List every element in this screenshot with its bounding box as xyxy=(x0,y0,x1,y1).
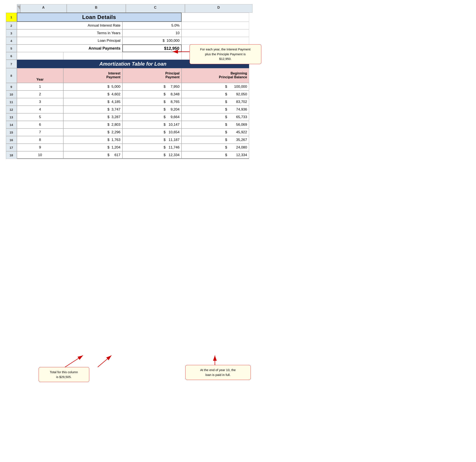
interest-1: $ 5,000 xyxy=(63,83,122,91)
svg-marker-0 xyxy=(17,6,20,10)
row-8: 8 Year Interest Payment Principal Paymen… xyxy=(6,68,470,83)
row1-col-d xyxy=(181,13,249,22)
row-num-6: 6 xyxy=(6,52,17,60)
row3-col-d xyxy=(181,29,249,37)
year-3: 3 xyxy=(17,98,63,106)
spreadsheet-grid: 1 Loan Details 2 Annual Interest Rate 5.… xyxy=(6,13,470,159)
column-headers: A B C D xyxy=(17,4,470,13)
principal-2: $ 8,348 xyxy=(122,91,181,98)
th-balance: Beginning Principal Balance xyxy=(181,68,249,83)
principal-3: $ 8,765 xyxy=(122,98,181,106)
th-year: Year xyxy=(17,68,63,83)
row-9: 9 1 $ 5,000 $ 7,950 $ 100,000 xyxy=(6,83,470,91)
principal-5: $ 9,664 xyxy=(122,113,181,121)
row-num-13: 13 xyxy=(6,113,17,121)
row-13: 13 5 $ 3,287 $ 9,664 $ 65,733 xyxy=(6,113,470,121)
row6-a xyxy=(17,52,63,60)
loan-principal-label: Loan Principal xyxy=(17,37,122,44)
balance-8: $ 35,267 xyxy=(181,136,249,144)
year-5: 5 xyxy=(17,113,63,121)
row-2: 2 Annual Interest Rate 5.0% xyxy=(6,22,470,29)
annotation-interest-total: Total for this columnis $29,505. xyxy=(39,367,89,382)
balance-6: $ 56,069 xyxy=(181,121,249,128)
loan-details-title: Loan Details xyxy=(17,13,181,22)
balance-10: $ 12,334 xyxy=(181,151,249,159)
th-interest: Interest Payment xyxy=(63,68,122,83)
year-9: 9 xyxy=(17,144,63,151)
interest-8: $ 1,763 xyxy=(63,136,122,144)
year-6: 6 xyxy=(17,121,63,128)
balance-7: $ 45,922 xyxy=(181,128,249,136)
col-header-c: C xyxy=(126,4,185,13)
year-4: 4 xyxy=(17,106,63,113)
annual-payments-label: Annual Payments xyxy=(17,44,122,52)
row-num-16: 16 xyxy=(6,136,17,144)
terms-label: Terms in Years xyxy=(17,29,122,37)
balance-3: $ 83,702 xyxy=(181,98,249,106)
balance-4: $ 74,936 xyxy=(181,106,249,113)
row-10: 10 2 $ 4,602 $ 8,348 $ 92,050 xyxy=(6,91,470,98)
annotation-balance-end: At the end of year 10, theloan is paid i… xyxy=(185,365,251,380)
interest-3: $ 4,185 xyxy=(63,98,122,106)
row-17: 17 9 $ 1,204 $ 11,746 $ 24,080 xyxy=(6,144,470,151)
row-num-4: 4 xyxy=(6,37,17,44)
balance-1: $ 100,000 xyxy=(181,83,249,91)
principal-6: $ 10,147 xyxy=(122,121,181,128)
row-16: 16 8 $ 1,763 $ 11,187 $ 35,267 xyxy=(6,136,470,144)
row-num-1: 1 xyxy=(6,13,17,22)
year-7: 7 xyxy=(17,128,63,136)
interest-9: $ 1,204 xyxy=(63,144,122,151)
row4-col-d xyxy=(181,37,249,44)
principal-7: $ 10,654 xyxy=(122,128,181,136)
principal-1: $ 7,950 xyxy=(122,83,181,91)
row-num-17: 17 xyxy=(6,144,17,151)
year-10: 10 xyxy=(17,151,63,159)
col-header-d: D xyxy=(185,4,253,13)
col-header-b: B xyxy=(67,4,126,13)
interest-10: $ 617 xyxy=(63,151,122,159)
svg-line-5 xyxy=(98,355,111,367)
interest-5: $ 3,287 xyxy=(63,113,122,121)
year-2: 2 xyxy=(17,91,63,98)
row6-b xyxy=(63,52,122,60)
row-num-7: 7 xyxy=(6,60,17,68)
balance-5: $ 65,733 xyxy=(181,113,249,121)
principal-8: $ 11,187 xyxy=(122,136,181,144)
row-num-8: 8 xyxy=(6,68,17,83)
row-4: 4 Loan Principal $ 100,000 xyxy=(6,37,470,44)
svg-line-4 xyxy=(65,355,83,367)
interest-7: $ 2,296 xyxy=(63,128,122,136)
interest-6: $ 2,803 xyxy=(63,121,122,128)
col-header-a: A xyxy=(20,4,67,13)
principal-4: $ 9,204 xyxy=(122,106,181,113)
year-1: 1 xyxy=(17,83,63,91)
row-num-14: 14 xyxy=(6,121,17,128)
year-8: 8 xyxy=(17,136,63,144)
principal-9: $ 11,746 xyxy=(122,144,181,151)
row2-col-d xyxy=(181,22,249,29)
row-14: 14 6 $ 2,803 $ 10,147 $ 56,069 xyxy=(6,121,470,128)
balance-2: $ 92,050 xyxy=(181,91,249,98)
annual-interest-rate-value: 5.0% xyxy=(122,22,181,29)
row-num-2: 2 xyxy=(6,22,17,29)
row-15: 15 7 $ 2,296 $ 10,654 $ 45,922 xyxy=(6,128,470,136)
balance-9: $ 24,080 xyxy=(181,144,249,151)
row-3: 3 Terms in Years 10 xyxy=(6,29,470,37)
row-1: 1 Loan Details xyxy=(6,13,470,22)
row6-c xyxy=(122,52,181,60)
row-num-3: 3 xyxy=(6,29,17,37)
interest-2: $ 4,602 xyxy=(63,91,122,98)
annual-interest-rate-label: Annual Interest Rate xyxy=(17,22,122,29)
row-11: 11 3 $ 4,185 $ 8,765 $ 83,702 xyxy=(6,98,470,106)
row-18: 18 10 $ 617 $ 12,334 $ 12,334 xyxy=(6,151,470,159)
annual-payments-value: $12,950 xyxy=(122,44,181,52)
row-num-12: 12 xyxy=(6,106,17,113)
interest-4: $ 3,747 xyxy=(63,106,122,113)
row-num-5: 5 xyxy=(6,44,17,52)
row-12: 12 4 $ 3,747 $ 9,204 $ 74,936 xyxy=(6,106,470,113)
loan-principal-value: $ 100,000 xyxy=(122,37,181,44)
terms-value: 10 xyxy=(122,29,181,37)
row-num-18: 18 xyxy=(6,151,17,159)
row-num-11: 11 xyxy=(6,98,17,106)
principal-10: $ 12,334 xyxy=(122,151,181,159)
